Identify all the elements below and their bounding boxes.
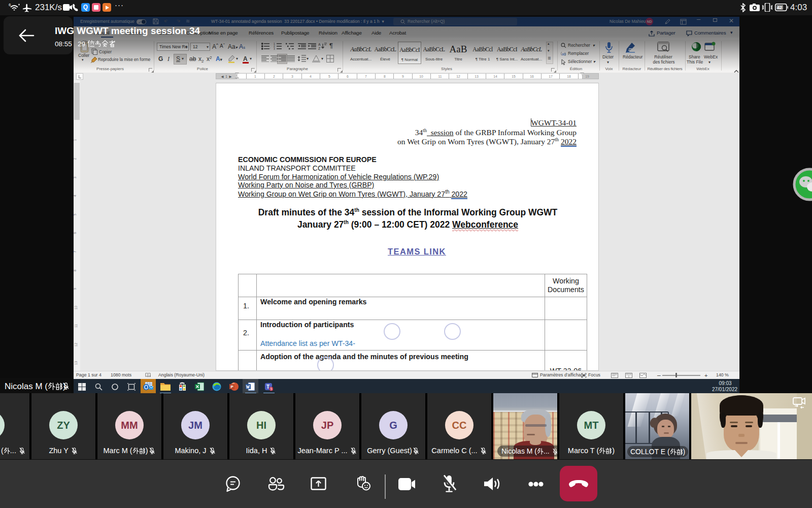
svg-text:A: A bbox=[318, 43, 321, 46]
svg-text:42: 42 bbox=[777, 5, 782, 10]
svg-text:T: T bbox=[266, 384, 269, 390]
svg-text:Z: Z bbox=[318, 47, 321, 50]
svg-text:3: 3 bbox=[274, 47, 275, 50]
svg-text:5: 5 bbox=[270, 387, 273, 391]
svg-text:ab: ab bbox=[562, 52, 566, 56]
svg-text:P: P bbox=[231, 385, 234, 389]
